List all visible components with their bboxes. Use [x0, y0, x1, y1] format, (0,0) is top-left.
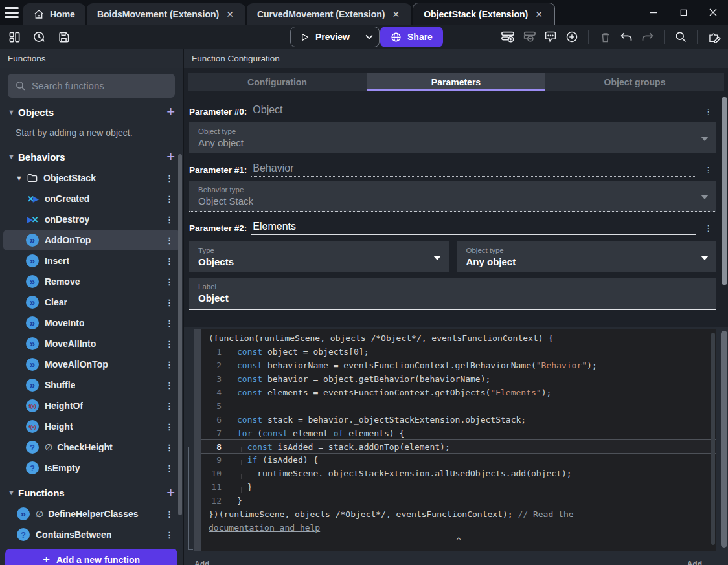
search-functions-box[interactable]: [8, 74, 175, 98]
item-menu-button[interactable]: ⋮: [163, 381, 176, 390]
condition-icon: ?: [17, 528, 30, 541]
parameter-2-menu-button[interactable]: ⋮: [696, 223, 716, 235]
objects-section-header[interactable]: ▼ Objects +: [0, 101, 183, 123]
item-menu-button[interactable]: ⋮: [163, 509, 176, 519]
parameters-list: Parameter #0: Object ⋮ Object type Any o…: [184, 91, 728, 310]
sidebar-item-heightof[interactable]: f(x)HeightOf⋮: [0, 395, 183, 416]
parameter-1-name-input[interactable]: Behavior: [251, 162, 696, 177]
parameter-0-object-type-dropdown[interactable]: Object type Any object: [189, 122, 716, 153]
parameter-0-menu-button[interactable]: ⋮: [696, 107, 716, 118]
add-button-partial[interactable]: Add: [687, 560, 702, 565]
code-line: 1const object = objects[0];: [201, 345, 716, 359]
tab-parameters[interactable]: Parameters: [367, 73, 545, 91]
tab-home[interactable]: Home: [23, 3, 85, 25]
edit-extension-icon[interactable]: [706, 29, 722, 45]
sidebar-item-containsbetween[interactable]: ?ContainsBetween⋮: [0, 524, 183, 545]
maximize-button[interactable]: [668, 0, 698, 25]
minimize-button[interactable]: [639, 0, 668, 25]
add-button-partial[interactable]: Add: [194, 560, 209, 565]
redo-icon[interactable]: [640, 29, 655, 45]
event-drag-handle[interactable]: [194, 329, 201, 551]
add-comment-icon[interactable]: [543, 29, 558, 45]
item-menu-button[interactable]: ⋮: [163, 530, 176, 540]
sidebar-scrollbar[interactable]: [178, 154, 182, 515]
tab-configuration[interactable]: Configuration: [188, 73, 367, 91]
sidebar-item-shuffle[interactable]: »Shuffle⋮: [0, 375, 183, 395]
add-circle-icon[interactable]: [564, 29, 580, 45]
sidebar-item-remove[interactable]: »Remove⋮: [0, 271, 183, 292]
sidebar-item-oncreated[interactable]: ✕▶onCreated⋮: [0, 188, 183, 209]
item-menu-button[interactable]: ⋮: [163, 298, 176, 307]
add-object-button[interactable]: +: [166, 105, 175, 119]
close-window-button[interactable]: [698, 0, 728, 25]
sidebar-item-insert[interactable]: »Insert⋮: [0, 250, 183, 271]
group-menu-button[interactable]: ⋮: [163, 173, 176, 183]
behavior-group-objectstack[interactable]: ▼ ObjectStack ⋮: [0, 168, 183, 188]
item-menu-button[interactable]: ⋮: [163, 463, 176, 473]
item-menu-button[interactable]: ⋮: [163, 256, 176, 266]
parameters-scrollbar[interactable]: [722, 97, 727, 285]
save-icon[interactable]: [56, 29, 71, 45]
sidebar-item-clear[interactable]: »Clear⋮: [0, 292, 183, 313]
close-tab-icon[interactable]: ✕: [534, 9, 544, 19]
js-code-editor[interactable]: (function(runtimeScene, objects /*Object…: [201, 329, 716, 551]
parameter-2-type-dropdown[interactable]: Type Objects: [189, 241, 449, 272]
sidebar-item-isempty[interactable]: ?IsEmpty⋮: [0, 458, 183, 478]
sidebar-item-moveallinto[interactable]: »MoveAllInto⋮: [0, 333, 183, 354]
project-manager-icon[interactable]: [6, 29, 22, 45]
item-menu-button[interactable]: ⋮: [163, 422, 176, 432]
parameter-1-menu-button[interactable]: ⋮: [696, 165, 716, 177]
item-menu-button[interactable]: ⋮: [163, 401, 176, 411]
add-subevent-icon[interactable]: [521, 29, 537, 45]
delete-icon[interactable]: [597, 29, 613, 45]
item-menu-button[interactable]: ⋮: [163, 277, 176, 287]
item-menu-button[interactable]: ⋮: [163, 236, 176, 245]
close-tab-icon[interactable]: ✕: [391, 9, 401, 19]
preview-button[interactable]: Preview: [291, 27, 359, 47]
sidebar-item-checkheight[interactable]: ?∅CheckHeight⋮: [0, 437, 183, 458]
sidebar-item-addontop[interactable]: »AddOnTop⋮: [3, 230, 179, 250]
parameter-0-name-input[interactable]: Object: [251, 104, 696, 118]
action-icon: »: [17, 507, 30, 520]
item-menu-button[interactable]: ⋮: [163, 360, 176, 370]
item-menu-button[interactable]: ⋮: [163, 339, 176, 349]
behaviors-section-header[interactable]: ▼ Behaviors +: [0, 146, 183, 168]
parameter-1-behavior-type-dropdown[interactable]: Behavior type Object Stack: [189, 181, 716, 212]
add-behavior-button[interactable]: +: [166, 150, 175, 164]
item-menu-button[interactable]: ⋮: [163, 215, 176, 225]
sidebar-item-moveallontop[interactable]: »MoveAllOnTop⋮: [0, 354, 183, 375]
sidebar-item-moveinto[interactable]: »MoveInto⋮: [0, 313, 183, 333]
preview-options-button[interactable]: [359, 27, 379, 47]
functions-section-header[interactable]: ▼ Functions +: [0, 482, 183, 504]
events-scrollbar[interactable]: [721, 331, 727, 548]
sidebar-item-definehelperclasses[interactable]: »∅DefineHelperClasses⋮: [0, 504, 183, 524]
editor-scrollbar[interactable]: [711, 333, 715, 545]
history-icon[interactable]: [31, 29, 47, 45]
code-line: 4const elements = eventsFunctionContext.…: [201, 386, 716, 399]
tab-curvedmovement[interactable]: CurvedMovement (Extension) ✕: [247, 3, 411, 25]
hamburger-menu-icon[interactable]: [0, 0, 23, 25]
parameter-2-object-type-dropdown[interactable]: Object type Any object: [457, 241, 717, 272]
parameter-2-label-input[interactable]: Label Object: [189, 278, 716, 310]
tab-label: ObjectStack (Extension): [424, 9, 528, 19]
sidebar-item-height[interactable]: f(x)Height⋮: [0, 416, 183, 437]
tab-boidsmovement[interactable]: BoidsMovement (Extension) ✕: [87, 3, 245, 25]
tab-objectstack[interactable]: ObjectStack (Extension) ✕: [413, 3, 555, 25]
search-icon[interactable]: [673, 29, 688, 45]
add-function-plus-button[interactable]: +: [166, 485, 175, 500]
undo-icon[interactable]: [619, 29, 634, 45]
close-tab-icon[interactable]: ✕: [225, 9, 235, 19]
item-menu-button[interactable]: ⋮: [163, 194, 176, 204]
item-menu-button[interactable]: ⋮: [163, 318, 176, 328]
window-controls: [639, 0, 728, 25]
parameter-2-name-input[interactable]: Elements: [251, 221, 696, 235]
add-new-function-button[interactable]: + Add a new function: [5, 549, 177, 565]
item-menu-button[interactable]: ⋮: [163, 443, 176, 452]
tab-object-groups[interactable]: Object groups: [545, 73, 724, 91]
sidebar-item-ondestroy[interactable]: ▶✕onDestroy⋮: [0, 209, 183, 230]
collapse-caret[interactable]: ^: [201, 535, 716, 548]
share-button[interactable]: Share: [380, 27, 443, 47]
search-functions-input[interactable]: [32, 80, 168, 91]
add-event-icon[interactable]: [500, 29, 516, 45]
documentation-link[interactable]: documentation and help: [209, 523, 320, 533]
